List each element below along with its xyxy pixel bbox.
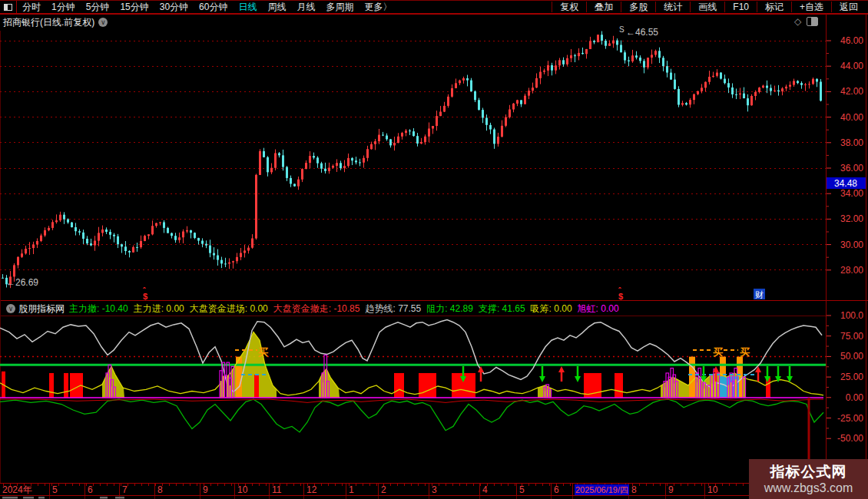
svg-text:38.00: 38.00: [840, 137, 863, 148]
layout-icon: [4, 4, 12, 11]
indicator-field-8: 旭虹: 0.00: [578, 302, 619, 316]
period-3[interactable]: 15分钟: [120, 1, 148, 14]
svg-text:9: 9: [203, 484, 208, 495]
indicator-field-1: 主力进: 0.00: [134, 302, 184, 316]
period-6[interactable]: 日线: [238, 1, 257, 14]
svg-text:28.00: 28.00: [840, 265, 863, 276]
stock-title: 招商银行(日线.前复权): [3, 16, 94, 29]
svg-text:←26.69: ←26.69: [6, 277, 38, 288]
svg-text:50.00: 50.00: [840, 351, 863, 362]
svg-text:买: 买: [258, 346, 268, 358]
svg-text:34.48: 34.48: [834, 178, 857, 189]
indicator-source: ∨ 股朋指标网: [2, 302, 65, 316]
period-2[interactable]: 5分钟: [86, 1, 110, 14]
layout-toggle-button[interactable]: [0, 1, 17, 13]
svg-text:9: 9: [668, 484, 674, 495]
titlebar: 招商银行(日线.前复权) ∨: [0, 15, 826, 30]
svg-text:3: 3: [432, 484, 437, 495]
indicator-header: ∨ 股朋指标网 主力撤: -10.40主力进: 0.00大盘资金进场: 0.00…: [0, 302, 826, 316]
period-1[interactable]: 1分钟: [51, 1, 75, 14]
svg-text:75.00: 75.00: [840, 331, 863, 342]
svg-text:8: 8: [157, 484, 163, 495]
svg-text:8: 8: [631, 484, 637, 495]
svg-text:7: 7: [122, 484, 128, 495]
menubar: 分时1分钟5分钟15分钟30分钟60分钟日线周线月线多周期更多〉 复权叠加多股统…: [0, 0, 868, 14]
svg-text:6: 6: [88, 484, 93, 495]
period-0[interactable]: 分时: [22, 1, 41, 14]
toolbar-3[interactable]: 统计: [656, 1, 690, 14]
svg-text:12: 12: [306, 484, 317, 495]
svg-text:40.00: 40.00: [840, 112, 863, 123]
svg-text:25.00: 25.00: [840, 372, 863, 382]
watermark: 指标公式网 www.zbgs3.com: [749, 459, 868, 499]
svg-text:32.00: 32.00: [840, 213, 863, 224]
svg-text:2025/06/19/四: 2025/06/19/四: [575, 485, 628, 494]
toolbar-6[interactable]: 标记: [757, 1, 791, 14]
period-menu: 分时1分钟5分钟15分钟30分钟60分钟日线周线月线多周期更多〉: [22, 1, 392, 14]
svg-text:买: 买: [713, 346, 723, 358]
indicator-field-2: 大盘资金进场: 0.00: [190, 302, 268, 316]
svg-text:财: 财: [755, 290, 764, 299]
indicator-source-label: 股朋指标网: [18, 302, 65, 316]
period-9[interactable]: 多周期: [326, 1, 353, 14]
svg-text:46.00: 46.00: [840, 35, 863, 46]
chevron-down-icon[interactable]: ∨: [98, 18, 108, 27]
period-5[interactable]: 60分钟: [199, 1, 227, 14]
watermark-title: 指标公式网: [770, 464, 847, 481]
svg-text:11: 11: [272, 484, 282, 495]
indicator-field-0: 主力撤: -10.40: [69, 302, 128, 316]
svg-text:4: 4: [482, 484, 488, 495]
svg-text:30.00: 30.00: [840, 240, 863, 250]
collapse-icon[interactable]: ∨: [6, 304, 15, 313]
indicator-field-5: 阻力: 42.89: [426, 302, 473, 316]
svg-text:-25.00: -25.00: [837, 413, 863, 424]
svg-text:1: 1: [349, 484, 354, 495]
panel-icon[interactable]: [807, 17, 818, 26]
period-8[interactable]: 月线: [297, 1, 315, 14]
chart-canvas[interactable]: 46.0044.0042.0040.0038.0036.0034.0032.00…: [0, 0, 868, 499]
svg-text:10: 10: [237, 484, 248, 495]
right-toolbar: 复权叠加多股统计画线F10标记+自选返回: [552, 1, 866, 14]
svg-text:2024年: 2024年: [2, 484, 32, 495]
toolbar-0[interactable]: 复权: [552, 1, 586, 14]
svg-text:100.0: 100.0: [840, 310, 863, 321]
period-4[interactable]: 30分钟: [160, 1, 188, 14]
svg-text:买: 买: [740, 346, 750, 358]
period-7[interactable]: 周线: [267, 1, 286, 14]
trading-app-window: 46.0044.0042.0040.0038.0036.0034.0032.00…: [0, 0, 868, 499]
toolbar-4[interactable]: 画线: [691, 1, 724, 14]
svg-text:36.00: 36.00: [840, 163, 863, 173]
svg-text:5: 5: [52, 484, 58, 495]
titlebar-icons: ◇: [794, 16, 818, 27]
indicator-field-7: 吸筹: 0.00: [531, 302, 572, 316]
indicator-field-4: 趋势线: 77.55: [365, 302, 421, 316]
indicator-field-3: 大盘资金撤走: -10.85: [273, 302, 360, 316]
toolbar-7[interactable]: +自选: [792, 1, 831, 14]
svg-text:42.00: 42.00: [840, 86, 863, 97]
svg-text:44.00: 44.00: [840, 61, 863, 71]
svg-text:10: 10: [707, 484, 718, 495]
toolbar-1[interactable]: 叠加: [587, 1, 621, 14]
diamond-icon[interactable]: ◇: [794, 16, 801, 27]
svg-text:5: 5: [519, 484, 525, 495]
toolbar-5[interactable]: F10: [725, 2, 757, 12]
period-10[interactable]: 更多〉: [364, 1, 392, 14]
toolbar-8[interactable]: 返回: [832, 1, 866, 14]
watermark-url: www.zbgs3.com: [764, 481, 853, 495]
svg-text:2: 2: [381, 484, 386, 495]
svg-text:6: 6: [554, 484, 559, 495]
indicator-field-6: 支撑: 41.65: [479, 302, 525, 316]
svg-text:34.00: 34.00: [840, 188, 863, 199]
toolbar-2[interactable]: 多股: [621, 1, 655, 14]
svg-text:0.00: 0.00: [846, 392, 864, 403]
svg-text:-50.00: -50.00: [837, 433, 863, 444]
